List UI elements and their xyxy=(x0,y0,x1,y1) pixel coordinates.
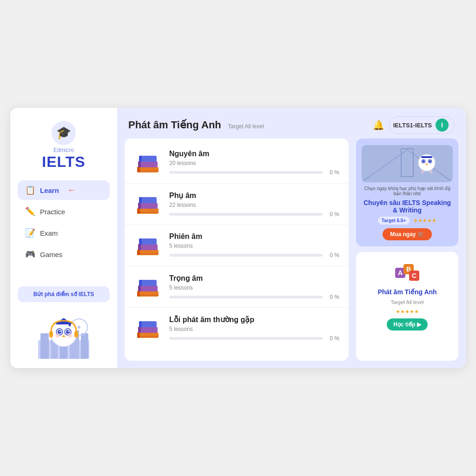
svg-rect-63 xyxy=(139,321,142,327)
course-promo-card: A B C Phát âm Tiếng Anh Target All level… xyxy=(356,252,458,361)
learn-label: Learn xyxy=(40,186,59,194)
course-info-nguyen-am: Nguyên âm 20 lessons 0 % xyxy=(169,150,339,176)
promo-top-title: Chuyên sâu IELTS Speaking & Writing xyxy=(362,199,453,214)
user-avatar: I xyxy=(436,119,449,132)
practice-label: Practice xyxy=(40,208,65,216)
svg-rect-33 xyxy=(137,208,159,214)
exam-label: Exam xyxy=(40,229,58,237)
svg-rect-26 xyxy=(137,167,140,172)
course-icon-loi-phat-am xyxy=(134,314,162,342)
promo-top-image xyxy=(362,145,453,182)
svg-rect-58 xyxy=(137,332,140,338)
svg-rect-50 xyxy=(137,291,140,297)
svg-rect-7 xyxy=(81,333,88,359)
learn-icon: 📋 xyxy=(25,185,35,195)
sidebar-item-games[interactable]: 🎮 Games xyxy=(18,245,110,264)
user-name: IELTS1-IELTS xyxy=(393,122,432,129)
course-info-phu-am: Phụ âm 22 lessons 0 % xyxy=(169,191,339,218)
sidebar-mascot xyxy=(38,308,89,359)
course-item-nguyen-am[interactable]: Nguyên âm 20 lessons 0 % xyxy=(125,142,349,184)
right-panel: Chọn ngay khóa học phù hợp với trình độ … xyxy=(356,139,458,361)
svg-rect-28 xyxy=(138,161,158,167)
promo-small-text: Chọn ngay khóa học phù hợp với trình độ … xyxy=(362,186,453,196)
svg-text:A: A xyxy=(398,269,403,277)
progress-pct-nguyen-am: 0 % xyxy=(326,169,339,176)
svg-rect-37 xyxy=(138,203,141,209)
course-lessons-phu-am: 22 lessons xyxy=(169,202,339,208)
content-body: Nguyên âm 20 lessons 0 % xyxy=(117,139,466,368)
svg-rect-41 xyxy=(137,250,159,255)
course-icon-nguyen-am xyxy=(134,149,162,177)
course-name-phien-am: Phiên âm xyxy=(169,232,339,241)
course-info-phien-am: Phiên âm 5 lessons 0 % xyxy=(169,232,339,258)
progress-bg-nguyen-am xyxy=(169,171,323,174)
svg-rect-52 xyxy=(138,285,158,291)
course-lessons-trong-am: 5 lessons xyxy=(169,284,339,291)
svg-rect-24 xyxy=(74,331,78,337)
svg-rect-61 xyxy=(138,327,141,333)
course-item-trong-am[interactable]: Trọng âm 5 lessons 0 % xyxy=(125,266,349,308)
app-container: 🎓 Edmicro IELTS 📋 Learn ← ✏️ Practice xyxy=(0,0,476,476)
svg-rect-44 xyxy=(138,244,158,250)
games-icon: 🎮 xyxy=(25,249,35,259)
sidebar-item-learn[interactable]: 📋 Learn ← xyxy=(18,180,110,200)
progress-pct-trong-am: 0 % xyxy=(326,294,339,300)
svg-rect-75 xyxy=(421,156,432,158)
svg-rect-23 xyxy=(49,331,53,337)
svg-point-21 xyxy=(55,333,60,338)
svg-rect-45 xyxy=(138,244,141,250)
bell-button[interactable]: 🔔 xyxy=(373,119,384,131)
sidebar-item-exam[interactable]: 📝 Exam xyxy=(18,223,110,243)
svg-rect-25 xyxy=(137,167,159,172)
course-lessons-nguyen-am: 20 lessons xyxy=(169,160,339,166)
svg-rect-42 xyxy=(137,250,140,255)
progress-pct-phien-am: 0 % xyxy=(326,252,339,258)
buy-button[interactable]: Mua ngay 🛒 xyxy=(383,228,432,240)
course-lessons-phien-am: 5 lessons xyxy=(169,243,339,249)
svg-rect-43 xyxy=(137,253,159,254)
svg-rect-34 xyxy=(137,208,140,214)
games-label: Games xyxy=(40,251,62,258)
logo-area: 🎓 Edmicro IELTS xyxy=(42,121,85,169)
svg-point-19 xyxy=(68,331,69,332)
sidebar-item-practice[interactable]: ✏️ Practice xyxy=(18,202,110,221)
course-promo-target: Target All level xyxy=(391,299,424,305)
main-header: Phát âm Tiếng Anh Target All level 🔔 IEL… xyxy=(117,108,466,139)
course-icon-trong-am xyxy=(134,273,162,301)
course-name-nguyen-am: Nguyên âm xyxy=(169,150,339,158)
svg-rect-49 xyxy=(137,291,159,297)
progress-pct-phu-am: 0 % xyxy=(326,211,339,218)
course-icon-phien-am xyxy=(134,231,162,259)
progress-bg-phien-am xyxy=(169,254,323,257)
svg-text:🎓: 🎓 xyxy=(56,125,72,140)
course-lessons-loi-phat-am: 5 lessons xyxy=(169,326,339,332)
progress-pct-loi-phat-am: 0 % xyxy=(326,335,339,342)
svg-point-9 xyxy=(78,326,80,329)
user-badge: IELTS1-IELTS I xyxy=(389,116,455,134)
svg-rect-51 xyxy=(137,295,159,296)
course-item-phu-am[interactable]: Phụ âm 22 lessons 0 % xyxy=(125,184,349,225)
page-subtitle: Target All level xyxy=(228,123,264,130)
promo-target: Target 6.5+ xyxy=(378,217,410,225)
main-wrapper: 🎓 Edmicro IELTS 📋 Learn ← ✏️ Practice xyxy=(10,108,466,368)
svg-rect-36 xyxy=(138,203,158,209)
course-info-trong-am: Trọng âm 5 lessons 0 % xyxy=(169,274,339,300)
svg-rect-31 xyxy=(139,156,142,162)
page-title: Phát âm Tiếng Anh xyxy=(128,119,221,131)
progress-wrap-phu-am: 0 % xyxy=(169,211,339,218)
promo-top-card: Chọn ngay khóa học phù hợp với trình độ … xyxy=(356,139,458,246)
continue-button[interactable]: Học tiếp ▶ xyxy=(387,318,428,331)
course-list-panel[interactable]: Nguyên âm 20 lessons 0 % xyxy=(125,139,349,361)
svg-rect-57 xyxy=(137,332,159,338)
svg-point-73 xyxy=(429,160,431,163)
course-item-loi-phat-am[interactable]: Lỗi phát âm thường gặp 5 lessons 0 % xyxy=(125,308,349,349)
progress-wrap-phien-am: 0 % xyxy=(169,252,339,258)
svg-point-18 xyxy=(60,331,61,332)
svg-point-76 xyxy=(421,171,424,173)
course-item-phien-am[interactable]: Phiên âm 5 lessons 0 % xyxy=(125,225,349,266)
logo-icon: 🎓 xyxy=(52,121,76,145)
learn-arrow: ← xyxy=(67,185,76,195)
exam-icon: 📝 xyxy=(25,228,35,238)
sidebar-promo-label[interactable]: Bứt phá điểm số IELTS xyxy=(18,286,110,302)
course-promo-image: A B C xyxy=(394,258,420,284)
